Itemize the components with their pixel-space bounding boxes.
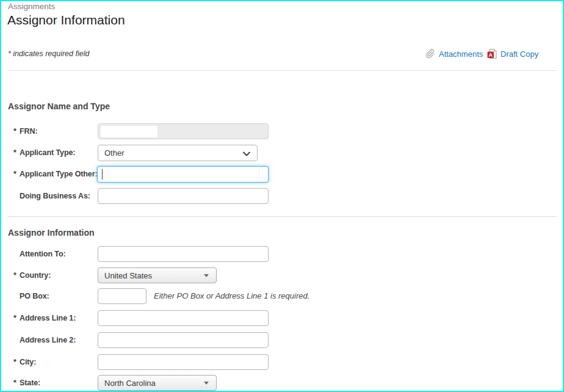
po-box-label: PO Box: <box>20 288 49 305</box>
attachments-link[interactable]: Attachments <box>425 49 483 59</box>
frn-label: FRN: <box>20 123 37 140</box>
required-asterisk: * <box>13 310 16 327</box>
assignor-information-page: Assignments Assignor Information * indic… <box>0 0 564 392</box>
attachments-label: Attachments <box>439 49 483 59</box>
po-box-input[interactable] <box>98 288 146 304</box>
draft-copy-label: Draft Copy <box>501 49 538 59</box>
address-line-2-label: Address Line 2: <box>20 332 76 349</box>
city-label: City: <box>20 354 36 371</box>
field-row-applicant-type-other: * Applicant Type Other: <box>1 166 563 183</box>
doing-business-as-input[interactable] <box>98 188 269 204</box>
field-row-state: * State: North Carolina <box>1 375 563 391</box>
svg-text:A: A <box>489 52 493 58</box>
required-asterisk: * <box>13 267 16 284</box>
dropdown-arrow-icon <box>204 274 209 277</box>
chevron-down-icon <box>242 150 251 158</box>
frn-redacted-value <box>101 126 157 137</box>
state-dropdown[interactable]: North Carolina <box>98 375 217 391</box>
applicant-type-selected-value: Other <box>104 148 125 158</box>
applicant-type-label: Applicant Type: <box>20 145 75 161</box>
frn-field-disabled <box>98 123 269 139</box>
breadcrumb: Assignments <box>8 2 55 11</box>
required-asterisk: * <box>13 166 16 183</box>
field-row-po-box: PO Box: Either PO Box or Address Line 1 … <box>1 288 563 305</box>
applicant-type-select[interactable]: Other <box>98 145 258 161</box>
country-selected-value: United States <box>104 271 152 280</box>
attention-to-input[interactable] <box>98 246 269 262</box>
field-row-city: * City: <box>1 354 563 371</box>
field-row-country: * Country: United States <box>1 267 563 284</box>
field-row-attention-to: Attention To: <box>1 246 563 263</box>
field-row-frn: * FRN: <box>1 123 563 140</box>
po-box-helper-text: Either PO Box or Address Line 1 is requi… <box>154 288 309 304</box>
applicant-type-other-input[interactable] <box>97 166 269 183</box>
section-heading-assignor-name-and-type: Assignor Name and Type <box>8 101 110 111</box>
city-input[interactable] <box>98 354 269 370</box>
required-field-note: * indicates required field <box>8 49 89 58</box>
draft-copy-link[interactable]: A Draft Copy <box>487 49 538 59</box>
section-divider <box>7 216 557 217</box>
page-title: Assignor Information <box>7 13 125 27</box>
header-divider <box>7 70 557 71</box>
required-asterisk: * <box>13 145 16 161</box>
field-row-applicant-type: * Applicant Type: Other <box>1 145 563 161</box>
address-line-2-input[interactable] <box>98 332 269 348</box>
doing-business-as-label: Doing Business As: <box>20 188 90 205</box>
country-label: Country: <box>20 267 51 284</box>
attention-to-label: Attention To: <box>20 246 66 263</box>
field-row-address-line-2: Address Line 2: <box>1 332 563 349</box>
required-asterisk: * <box>13 375 16 391</box>
field-row-doing-business-as: Doing Business As: <box>1 188 563 205</box>
pdf-file-icon: A <box>487 49 497 59</box>
field-row-address-line-1: * Address Line 1: <box>1 310 563 327</box>
section-heading-assignor-information: Assignor Information <box>8 228 95 238</box>
dropdown-arrow-icon <box>204 382 209 385</box>
text-caret <box>102 169 103 180</box>
address-line-1-input[interactable] <box>98 310 269 326</box>
state-label: State: <box>20 375 40 391</box>
required-asterisk: * <box>13 354 16 371</box>
required-asterisk: * <box>13 123 16 140</box>
country-dropdown[interactable]: United States <box>98 267 217 283</box>
state-selected-value: North Carolina <box>104 379 156 388</box>
applicant-type-other-label: Applicant Type Other: <box>20 166 98 183</box>
address-line-1-label: Address Line 1: <box>20 310 76 327</box>
paperclip-icon <box>425 49 435 59</box>
